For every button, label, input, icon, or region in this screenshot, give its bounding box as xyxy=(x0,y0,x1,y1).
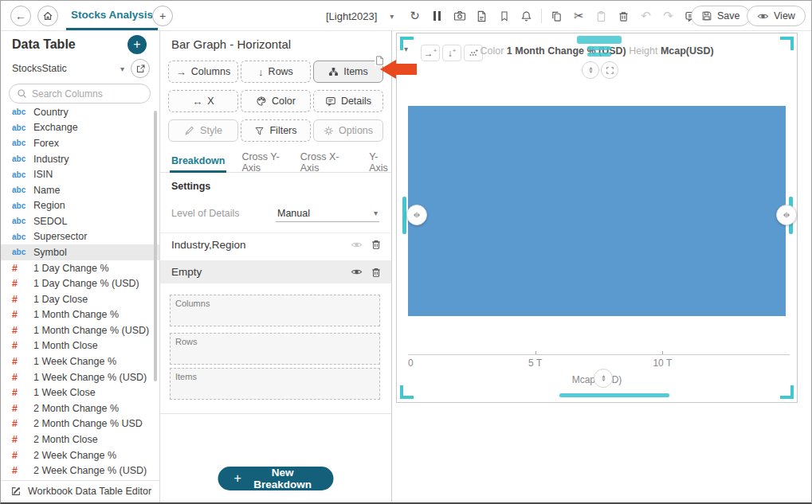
bell-icon xyxy=(520,10,532,22)
theme-selector[interactable]: [Light2023] ▾ xyxy=(326,1,394,31)
bar-graph-visualization[interactable]: ▾ →+ ↓+ Color 1 Month Change % (USD) Hei… xyxy=(396,33,798,403)
color-shelf-button[interactable]: Color xyxy=(241,90,311,112)
column-item-region[interactable]: abcRegion xyxy=(1,197,159,213)
column-item-1-week-close[interactable]: #1 Week Close xyxy=(1,385,159,400)
text-type-icon: abc xyxy=(12,123,33,132)
delete-breakdown-button[interactable] xyxy=(371,267,382,278)
column-item-name[interactable]: abcName xyxy=(1,182,159,198)
right-splitter-button[interactable] xyxy=(776,205,797,225)
column-item-2-month-change-usd[interactable]: #2 Month Change % USD xyxy=(1,416,159,432)
column-item-1-month-close[interactable]: #1 Month Close xyxy=(1,338,159,354)
search-columns-input[interactable] xyxy=(32,88,135,100)
data-table-select[interactable]: StocksStatic xyxy=(12,63,67,74)
style-button[interactable]: Style xyxy=(168,119,238,142)
column-item-1-week-change-usd[interactable]: #1 Week Change % (USD) xyxy=(1,369,159,385)
column-item-1-day-change-usd[interactable]: #1 Day Change % (USD) xyxy=(1,275,159,291)
bottom-drag-handle[interactable] xyxy=(559,393,669,397)
sidebar-scrollbar[interactable] xyxy=(154,111,157,381)
new-breakdown-button[interactable]: + New Breakdown xyxy=(218,467,334,490)
tab-cross-x-axis[interactable]: Cross X-Axis xyxy=(299,151,344,173)
redo-button[interactable]: ↷ xyxy=(661,9,676,24)
snapshot-button[interactable] xyxy=(452,9,467,24)
column-item-symbol[interactable]: abcSymbol xyxy=(1,244,159,260)
level-of-details-select[interactable]: Manual ▾ xyxy=(276,205,379,222)
chevron-down-icon: ▾ xyxy=(390,12,394,21)
height-mapping-value[interactable]: Mcap(USD) xyxy=(661,45,714,57)
visibility-toggle[interactable] xyxy=(351,266,363,278)
rows-shelf-button[interactable]: ↓ Rows xyxy=(241,61,311,83)
add-data-table-button[interactable]: + xyxy=(127,35,147,54)
rows-dropzone[interactable]: Rows xyxy=(170,333,380,365)
column-item-1-week-change[interactable]: #1 Week Change % xyxy=(1,354,159,369)
tab-cross-y-axis[interactable]: Cross Y-Axis xyxy=(240,151,284,173)
delete-breakdown-button[interactable] xyxy=(371,239,382,250)
breakdown-row-industry-region[interactable]: Industry,Region xyxy=(160,232,391,256)
column-item-1-month-change-usd[interactable]: #1 Month Change % (USD) xyxy=(1,322,159,338)
search-columns-box[interactable] xyxy=(9,84,151,104)
breakdown-tabs: Breakdown Cross Y-Axis Cross X-Axis Y-Ax… xyxy=(160,151,391,173)
add-rows-axis-button[interactable]: ↓+ xyxy=(442,45,461,61)
workbook-data-table-editor-button[interactable]: Workbook Data Table Editor xyxy=(1,480,159,501)
column-item-1-month-change[interactable]: #1 Month Change % xyxy=(1,307,159,323)
axis-zoom-button[interactable] xyxy=(594,369,613,388)
column-item-2-month-close[interactable]: #2 Month Close xyxy=(1,432,159,447)
home-button[interactable] xyxy=(37,6,58,26)
bookmark-button[interactable] xyxy=(496,9,512,24)
column-item-industry[interactable]: abcIndustry xyxy=(1,151,159,167)
gear-icon xyxy=(324,126,334,136)
numeric-type-icon: # xyxy=(12,356,33,367)
items-shelf-button[interactable]: Items xyxy=(313,61,383,83)
column-item-forex[interactable]: abcForex xyxy=(1,135,159,151)
workbook-tab[interactable]: Stocks Analysis xyxy=(66,1,158,30)
left-splitter-button[interactable] xyxy=(406,205,427,225)
refresh-button[interactable]: ↻ xyxy=(407,9,422,24)
column-item-supersector[interactable]: abcSupersector xyxy=(1,229,159,245)
column-name: Name xyxy=(33,185,60,196)
drag-handle-icon[interactable] xyxy=(577,36,622,61)
visibility-toggle[interactable] xyxy=(351,239,363,251)
column-item-1-day-close[interactable]: #1 Day Close xyxy=(1,291,159,307)
maximize-button[interactable] xyxy=(601,61,618,79)
column-item-2-week-change-usd[interactable]: #2 Week Change % (USD) xyxy=(1,463,159,479)
cut-button[interactable]: ✂ xyxy=(571,9,586,24)
save-button[interactable]: Save xyxy=(691,6,751,26)
x-axis-tick-mark xyxy=(535,351,536,354)
visualization-title: Bar Graph - Horizontal xyxy=(171,37,291,51)
undo-button[interactable]: ↶ xyxy=(638,9,653,24)
breakdown-row-empty[interactable]: Empty xyxy=(160,260,391,283)
alerts-button[interactable] xyxy=(519,9,534,24)
column-item-isin[interactable]: abcISIN xyxy=(1,166,159,182)
column-item-1-day-change[interactable]: #1 Day Change % xyxy=(1,260,159,276)
columns-dropzone[interactable]: Columns xyxy=(170,295,380,326)
column-item-exchange[interactable]: abcExchange xyxy=(1,120,159,136)
numeric-type-icon: # xyxy=(12,434,33,445)
dots-plus-icon xyxy=(469,48,479,58)
tab-y-axis[interactable]: Y-Axis xyxy=(367,151,391,173)
delete-button[interactable] xyxy=(616,9,631,24)
back-button[interactable]: ← xyxy=(10,6,31,26)
column-item-2-month-change[interactable]: #2 Month Change % xyxy=(1,400,159,416)
details-shelf-button[interactable]: Details xyxy=(313,90,383,112)
numeric-type-icon: # xyxy=(12,372,33,383)
bar-segment[interactable] xyxy=(408,106,786,316)
numeric-type-icon: # xyxy=(12,418,33,429)
items-dropzone[interactable]: Items xyxy=(170,368,380,400)
add-columns-axis-button[interactable]: →+ xyxy=(421,45,440,61)
columns-shelf-button[interactable]: → Columns xyxy=(168,61,238,83)
options-button[interactable]: Options xyxy=(313,119,383,142)
view-button[interactable]: View xyxy=(747,6,806,26)
column-item-sedol[interactable]: abcSEDOL xyxy=(1,213,159,229)
column-item-country[interactable]: abcCountry xyxy=(1,104,159,120)
copy-button[interactable] xyxy=(549,9,564,24)
filters-button[interactable]: Filters xyxy=(241,119,311,142)
x-shelf-button[interactable]: ↔ X xyxy=(168,90,238,112)
sort-toggle-button[interactable] xyxy=(582,61,599,79)
tab-breakdown[interactable]: Breakdown xyxy=(170,151,226,173)
add-tab-button[interactable]: + xyxy=(152,6,173,26)
export-pdf-button[interactable] xyxy=(474,9,489,24)
open-data-table-button[interactable] xyxy=(131,59,150,78)
text-type-icon: abc xyxy=(12,217,33,225)
paste-button[interactable] xyxy=(594,9,609,24)
pause-button[interactable] xyxy=(430,9,445,24)
column-item-2-week-change[interactable]: #2 Week Change % xyxy=(1,447,159,463)
